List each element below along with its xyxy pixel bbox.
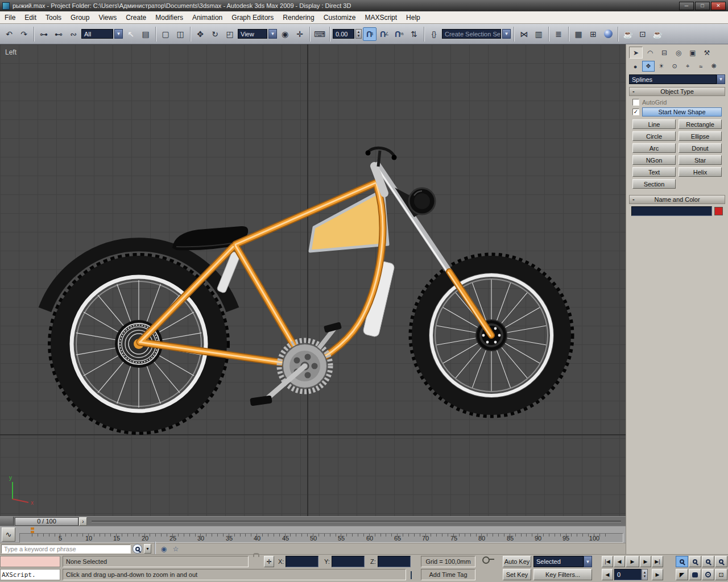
previous-frame-button[interactable]: ◀	[614, 556, 625, 567]
category-cameras-icon[interactable]: ⊙	[668, 61, 681, 72]
layer-manager-icon[interactable]: ≣	[552, 27, 565, 41]
viewport-canvas[interactable]: y x	[0, 44, 626, 516]
menu-file[interactable]: File	[0, 11, 20, 23]
ot-text-button[interactable]: Text	[632, 167, 676, 177]
named-selection-set-arrow-icon[interactable]: ▼	[502, 29, 511, 39]
category-geometry-icon[interactable]: ●	[629, 61, 642, 72]
time-slider-handle[interactable]: 0 / 100	[15, 517, 78, 526]
tab-motion[interactable]: ◎	[672, 47, 685, 59]
bicycle-model[interactable]	[45, 148, 571, 431]
ot-ngon-button[interactable]: NGon	[632, 155, 676, 165]
field-of-view-button[interactable]: ◤	[676, 569, 688, 580]
zoom-all-button[interactable]	[689, 556, 701, 567]
frame-spinner[interactable]: ▲▼	[642, 569, 648, 580]
mirror-icon[interactable]: ⋈	[517, 27, 531, 41]
maximize-viewport-toggle[interactable]: ⊡	[715, 569, 727, 580]
mini-curve-editor-button[interactable]: ∿	[2, 527, 15, 542]
keyboard-override-toggle-icon[interactable]: ⌨	[313, 27, 326, 41]
ot-arc-button[interactable]: Arc	[632, 143, 676, 153]
ot-star-button[interactable]: Star	[679, 155, 722, 165]
tab-display[interactable]: ▣	[686, 47, 700, 59]
category-lights-icon[interactable]: ☀	[655, 61, 668, 72]
reference-coordinate-arrow-icon[interactable]: ▼	[268, 29, 277, 39]
use-pivot-center-icon[interactable]: ◉	[278, 27, 292, 41]
maximize-button[interactable]: □	[695, 2, 710, 10]
snaps-toggle-icon[interactable]: U3	[363, 27, 377, 41]
object-color-swatch[interactable]	[714, 207, 723, 215]
time-slider-next-icon[interactable]: ›	[79, 517, 87, 526]
name-color-rollout-header[interactable]: - Name and Color	[629, 195, 725, 204]
ot-rectangle-button[interactable]: Rectangle	[679, 119, 722, 129]
menu-create[interactable]: Create	[121, 11, 151, 23]
time-slider-track[interactable]	[92, 521, 621, 522]
auto-key-button[interactable]: Auto Key	[503, 556, 531, 567]
category-helpers-icon[interactable]: ⌖	[681, 61, 694, 72]
select-and-manipulate-icon[interactable]: ✛	[293, 27, 307, 41]
material-editor-icon[interactable]	[601, 27, 615, 41]
tab-create[interactable]: ➤	[629, 47, 643, 59]
edit-named-selection-sets-icon[interactable]: {}	[427, 27, 441, 41]
zoom-extents-button[interactable]	[702, 556, 714, 567]
menu-edit[interactable]: Edit	[20, 11, 41, 23]
time-slider-splitter[interactable]	[0, 517, 14, 526]
y-coordinate-field[interactable]	[332, 556, 365, 567]
key-selection-dropdown[interactable]: Selected	[533, 556, 584, 567]
offset-snap-spinner[interactable]: ▲▼	[355, 29, 362, 39]
timeline-ruler[interactable]: 5 10 15 20 25 30 35 40 45 50 55 60 65 70…	[19, 533, 623, 543]
menu-rendering[interactable]: Rendering	[278, 11, 318, 23]
next-key-button[interactable]: ▶	[652, 569, 663, 580]
align-icon[interactable]: ▥	[532, 27, 545, 41]
category-spacewarps-icon[interactable]: ≈	[694, 61, 707, 72]
selection-filter-dropdown[interactable]: All	[81, 29, 113, 39]
next-frame-button[interactable]: ▶	[640, 556, 651, 567]
zoom-extents-all-button[interactable]	[715, 556, 727, 567]
search-input[interactable]	[1, 544, 131, 554]
menu-animation[interactable]: Animation	[188, 11, 227, 23]
time-tag-icon[interactable]	[411, 572, 412, 582]
percent-snap-toggle-icon[interactable]: U%	[392, 27, 406, 41]
ot-ellipse-button[interactable]: Ellipse	[679, 131, 722, 141]
start-new-shape-button[interactable]: Start New Shape	[642, 107, 722, 117]
titlebar[interactable]: рыжий.max - Project Folder: C:\Users\Адм…	[0, 0, 728, 11]
go-to-start-button[interactable]: |◀	[602, 556, 613, 567]
angle-snap-toggle-icon[interactable]: U∠	[378, 27, 391, 41]
reference-coordinate-dropdown[interactable]: View	[238, 29, 267, 39]
menu-modifiers[interactable]: Modifiers	[151, 11, 188, 23]
close-button[interactable]: ✕	[711, 2, 726, 10]
menu-views[interactable]: Views	[94, 11, 121, 23]
ot-helix-button[interactable]: Helix	[679, 167, 722, 177]
z-coordinate-field[interactable]	[378, 556, 411, 567]
menu-help[interactable]: Help	[402, 11, 425, 23]
start-new-shape-checkbox[interactable]: ✓	[632, 109, 639, 115]
menu-customize[interactable]: Customize	[319, 11, 361, 23]
key-selection-arrow-icon[interactable]: ▼	[584, 556, 592, 567]
quick-render-icon[interactable]: ☕	[651, 27, 664, 41]
object-name-input[interactable]	[631, 206, 712, 216]
viewport-left[interactable]: Left	[0, 44, 626, 516]
category-shapes-icon[interactable]: ❖	[642, 61, 655, 72]
viewport-label[interactable]: Left	[5, 48, 16, 56]
select-by-name-icon[interactable]: ▤	[139, 27, 152, 41]
redo-icon[interactable]: ↷	[17, 27, 31, 41]
autogrid-checkbox[interactable]	[632, 99, 639, 106]
object-type-rollout-header[interactable]: - Object Type	[629, 87, 725, 96]
undo-icon[interactable]: ↶	[2, 27, 16, 41]
add-time-tag[interactable]: Add Time Tag	[421, 569, 475, 580]
x-coordinate-field[interactable]	[286, 556, 318, 567]
ot-section-button[interactable]: Section	[632, 179, 676, 189]
render-setup-icon[interactable]: ☕	[621, 27, 635, 41]
spinner-snap-toggle-icon[interactable]: ⇅	[407, 27, 421, 41]
tab-hierarchy[interactable]: ⊟	[657, 47, 671, 59]
go-to-end-button[interactable]: ▶|	[652, 556, 663, 567]
rectangular-selection-region-icon[interactable]: ▢	[159, 27, 172, 41]
key-mode-toggle-button[interactable]: ◀	[602, 569, 613, 580]
category-systems-icon[interactable]: ❋	[708, 61, 720, 72]
ot-donut-button[interactable]: Donut	[679, 143, 722, 153]
window-crossing-toggle-icon[interactable]: ◫	[173, 27, 187, 41]
named-selection-set-dropdown[interactable]: Create Selection Set	[442, 29, 501, 39]
key-filters-button[interactable]: Key Filters...	[533, 569, 592, 580]
minimize-button[interactable]: ─	[679, 2, 694, 10]
current-frame-field[interactable]: 0	[614, 569, 642, 580]
set-key-button[interactable]: Set Key	[503, 569, 531, 580]
arc-rotate-button[interactable]	[702, 569, 714, 580]
